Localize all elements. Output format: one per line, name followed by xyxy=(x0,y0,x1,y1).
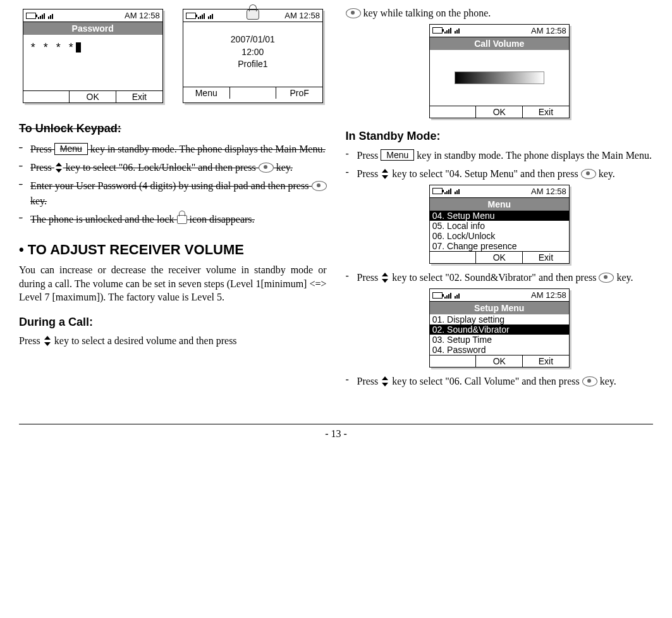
center-key-icon xyxy=(312,181,327,191)
up-down-key-icon xyxy=(381,170,389,178)
battery-icon xyxy=(432,188,443,194)
screen-title: Call Volume xyxy=(430,37,569,50)
signal-icon xyxy=(444,293,451,299)
menu-item[interactable]: 06. Lock/Unlock xyxy=(430,231,569,241)
lock-icon xyxy=(177,215,187,224)
clock-text: AM 12:58 xyxy=(531,187,566,196)
battery-icon xyxy=(26,13,36,19)
signal2-icon xyxy=(455,294,460,299)
password-value: * * * * xyxy=(31,41,76,54)
password-field[interactable]: * * * * xyxy=(27,37,159,58)
softkey-middle[interactable] xyxy=(229,87,276,99)
heading-unlock-keypad: To Unlock Keypad: xyxy=(19,122,327,135)
heading-in-standby-mode: In Standby Mode: xyxy=(346,130,654,143)
text: The phone is unlocked and the lock xyxy=(30,214,177,225)
text: key. xyxy=(30,195,47,206)
softkey-middle[interactable]: OK xyxy=(69,91,116,102)
volume-paragraph: You can increase or decrease the receive… xyxy=(19,263,327,304)
softkey-right[interactable]: Exit xyxy=(522,252,569,263)
signal-icon xyxy=(444,28,451,34)
menu-key-icon: Menu xyxy=(54,143,88,155)
softkey-right[interactable]: Exit xyxy=(522,355,569,367)
text: key to select "04. Setup Menu" and then … xyxy=(392,168,580,179)
clock-text: AM 12:58 xyxy=(531,290,566,300)
text: icon disappears. xyxy=(190,214,255,225)
text: key. xyxy=(600,376,616,386)
text: Press xyxy=(19,335,43,346)
phone-screen-password: AM 12:58 Password * * * * OK Exit xyxy=(23,9,163,103)
status-icons xyxy=(432,27,460,34)
standby-profile: Profile1 xyxy=(187,58,319,71)
signal2-icon xyxy=(455,28,460,34)
softkey-left[interactable] xyxy=(430,106,476,118)
battery-icon xyxy=(432,27,443,34)
heading-text: TO ADJUST RECEIVER VOLUME xyxy=(28,242,244,257)
text: Press xyxy=(30,162,54,173)
text: key in standby mode. The phone displays … xyxy=(417,150,652,161)
phone-screen-call-volume: AM 12:58 Call Volume OK Exit xyxy=(429,24,570,118)
softkey-right[interactable]: Exit xyxy=(522,106,569,118)
menu-item[interactable]: 04. Password xyxy=(430,345,569,355)
text: key. xyxy=(616,272,633,283)
softkey-middle[interactable]: OK xyxy=(475,355,522,367)
text: key to select a desired volume and then … xyxy=(54,335,237,346)
text: key to select "06. Lock/Unlock" and then… xyxy=(66,162,259,173)
center-key-icon xyxy=(346,8,361,18)
text: key while talking on the phone. xyxy=(363,8,491,18)
menu-item[interactable]: 07. Change presence xyxy=(430,241,569,251)
clock-text: AM 12:58 xyxy=(284,11,320,20)
up-down-key-icon xyxy=(43,337,52,345)
menu-key-icon: Menu xyxy=(381,149,414,161)
menu-item[interactable]: 01. Display setting xyxy=(430,314,569,324)
text: key to select "02. Sound&Vibrator" and t… xyxy=(392,272,599,283)
text: Press xyxy=(357,150,381,161)
text: key to select "06. Call Volume" and then… xyxy=(392,376,582,386)
clock-text: AM 12:58 xyxy=(531,26,566,35)
text: Press xyxy=(30,144,54,154)
center-key-icon xyxy=(582,376,597,386)
standby-date: 2007/01/01 xyxy=(187,34,319,46)
text: key. xyxy=(276,162,293,173)
status-icons xyxy=(186,13,213,19)
volume-gradient-bar[interactable] xyxy=(455,71,544,84)
text: key in standby mode. The phone displays … xyxy=(90,144,326,154)
softkey-left[interactable]: Menu xyxy=(183,87,229,99)
signal-icon xyxy=(38,13,45,19)
screen-title: Setup Menu xyxy=(430,302,569,314)
standby-time: 12:00 xyxy=(187,46,319,59)
softkey-left[interactable] xyxy=(23,91,70,102)
menu-item[interactable]: 02. Sound&Vibrator xyxy=(430,324,569,335)
signal2-icon xyxy=(455,189,460,194)
center-key-icon xyxy=(259,163,274,173)
phone-screen-setup-menu: AM 12:58 Setup Menu 01. Display setting … xyxy=(429,288,570,368)
menu-item[interactable]: 03. Setup Time xyxy=(430,335,569,345)
status-icons xyxy=(432,292,460,299)
text-cursor xyxy=(76,42,81,53)
phone-screen-standby: AM 12:58 2007/01/01 12:00 Profile1 Menu … xyxy=(183,9,323,103)
softkey-middle[interactable]: OK xyxy=(475,106,522,118)
up-down-key-icon xyxy=(54,163,63,172)
signal2-icon xyxy=(208,14,213,19)
heading-adjust-volume: •TO ADJUST RECEIVER VOLUME xyxy=(19,242,327,258)
signal-icon xyxy=(444,188,451,194)
text: Press xyxy=(357,376,381,386)
signal2-icon xyxy=(48,14,53,19)
up-down-key-icon xyxy=(381,377,389,386)
text: Press xyxy=(357,168,381,179)
softkey-right[interactable]: ProF xyxy=(276,87,322,99)
softkey-right[interactable]: Exit xyxy=(116,91,162,102)
page-number: - 13 - xyxy=(19,424,653,440)
battery-icon xyxy=(432,292,443,299)
center-key-icon xyxy=(599,273,614,283)
status-icons xyxy=(432,188,460,194)
screen-title: Menu xyxy=(430,198,569,211)
menu-item[interactable]: 05. Local info xyxy=(430,221,569,231)
battery-icon xyxy=(186,13,196,19)
status-icons xyxy=(26,13,53,19)
signal-icon xyxy=(198,13,205,19)
softkey-middle[interactable]: OK xyxy=(475,252,522,263)
softkey-left[interactable] xyxy=(430,355,476,367)
up-down-key-icon xyxy=(381,273,389,282)
softkey-left[interactable] xyxy=(430,252,476,263)
menu-item[interactable]: 04. Setup Menu xyxy=(430,211,569,221)
